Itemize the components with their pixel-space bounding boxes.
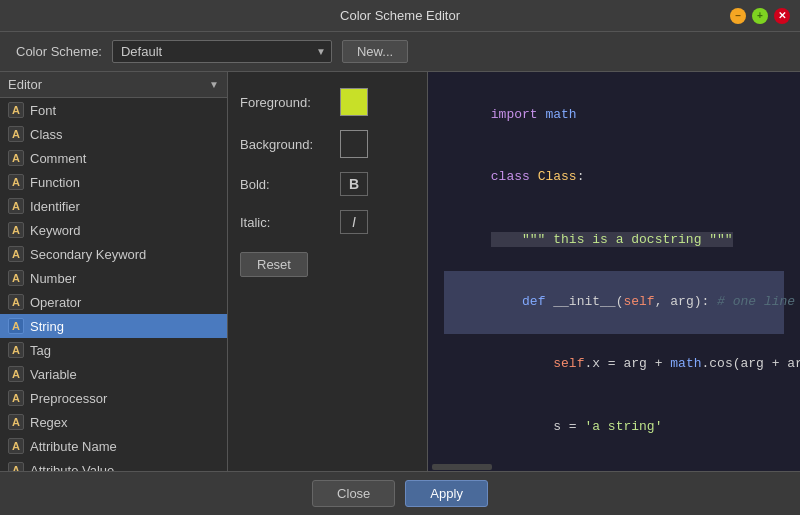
bold-label: Bold:: [240, 177, 330, 192]
minimize-button[interactable]: –: [730, 8, 746, 24]
close-button[interactable]: Close: [312, 480, 395, 507]
a-icon: A: [8, 102, 24, 118]
sidebar-item-class[interactable]: AClass: [0, 122, 227, 146]
close-window-button[interactable]: ✕: [774, 8, 790, 24]
sidebar-item-label: Preprocessor: [30, 391, 107, 406]
sidebar-item-number[interactable]: ANumber: [0, 266, 227, 290]
a-icon: A: [8, 318, 24, 334]
sidebar-item-label: Operator: [30, 295, 81, 310]
sidebar-item-string[interactable]: AString: [0, 314, 227, 338]
sidebar-item-label: Font: [30, 103, 56, 118]
sidebar-item-label: Comment: [30, 151, 86, 166]
sidebar-item-keyword[interactable]: AKeyword: [0, 218, 227, 242]
a-icon: A: [8, 222, 24, 238]
background-swatch[interactable]: [340, 130, 368, 158]
a-icon: A: [8, 294, 24, 310]
sidebar-item-identifier[interactable]: AIdentifier: [0, 194, 227, 218]
sidebar-item-attribute-name[interactable]: AAttribute Name: [0, 434, 227, 458]
middle-panel: Foreground: Background: Bold: B Italic: …: [228, 72, 428, 471]
code-line-6: s = 'a string': [444, 396, 784, 458]
left-panel: Editor ▼ AFontAClassACommentAFunctionAId…: [0, 72, 228, 471]
a-icon: A: [8, 414, 24, 430]
sidebar-item-preprocessor[interactable]: APreprocessor: [0, 386, 227, 410]
left-panel-header: Editor ▼: [0, 72, 227, 98]
a-icon: A: [8, 246, 24, 262]
title-bar: Color Scheme Editor – + ✕: [0, 0, 800, 32]
a-icon: A: [8, 174, 24, 190]
foreground-swatch[interactable]: [340, 88, 368, 116]
maximize-button[interactable]: +: [752, 8, 768, 24]
sidebar-item-label: Attribute Value: [30, 463, 114, 472]
code-preview: import math class Class: """ this is a d…: [428, 72, 800, 471]
code-line-4: def __init__(self, arg): # one line comm…: [444, 271, 784, 333]
scheme-select-wrapper: Default ▼: [112, 40, 332, 63]
foreground-label: Foreground:: [240, 95, 330, 110]
sidebar-item-label: Keyword: [30, 223, 81, 238]
a-icon: A: [8, 270, 24, 286]
reset-button[interactable]: Reset: [240, 252, 308, 277]
a-icon: A: [8, 438, 24, 454]
scheme-row: Color Scheme: Default ▼ New...: [0, 32, 800, 72]
sidebar-item-label: Variable: [30, 367, 77, 382]
sidebar-item-comment[interactable]: AComment: [0, 146, 227, 170]
sidebar-item-operator[interactable]: AOperator: [0, 290, 227, 314]
background-label: Background:: [240, 137, 330, 152]
italic-row: Italic: I: [240, 210, 415, 234]
a-icon: A: [8, 198, 24, 214]
window-controls: – + ✕: [730, 8, 790, 24]
horizontal-scrollbar[interactable]: [432, 464, 492, 470]
sidebar-item-function[interactable]: AFunction: [0, 170, 227, 194]
a-icon: A: [8, 126, 24, 142]
background-row: Background:: [240, 130, 415, 158]
sidebar-item-tag[interactable]: ATag: [0, 338, 227, 362]
bold-button[interactable]: B: [340, 172, 368, 196]
footer: Close Apply: [0, 471, 800, 515]
bold-row: Bold: B: [240, 172, 415, 196]
sidebar-item-label: Regex: [30, 415, 68, 430]
window-title: Color Scheme Editor: [70, 8, 730, 23]
italic-label: Italic:: [240, 215, 330, 230]
sidebar-item-label: Function: [30, 175, 80, 190]
sidebar-item-label: Class: [30, 127, 63, 142]
sidebar-item-label: Attribute Name: [30, 439, 117, 454]
code-line-3: """ this is a docstring """: [444, 209, 784, 271]
a-icon: A: [8, 150, 24, 166]
sidebar-item-font[interactable]: AFont: [0, 98, 227, 122]
a-icon: A: [8, 390, 24, 406]
sidebar-item-label: String: [30, 319, 64, 334]
sidebar-item-label: Tag: [30, 343, 51, 358]
code-line-1: import math: [444, 84, 784, 146]
sidebar-item-attribute-value[interactable]: AAttribute Value: [0, 458, 227, 471]
left-panel-header-label: Editor: [8, 77, 42, 92]
apply-button[interactable]: Apply: [405, 480, 488, 507]
chevron-down-icon: ▼: [209, 79, 219, 90]
sidebar-item-label: Secondary Keyword: [30, 247, 146, 262]
code-line-2: class Class:: [444, 146, 784, 208]
main-content: Editor ▼ AFontAClassACommentAFunctionAId…: [0, 72, 800, 471]
left-panel-list: AFontAClassACommentAFunctionAIdentifierA…: [0, 98, 227, 471]
scheme-label: Color Scheme:: [16, 44, 102, 59]
sidebar-item-variable[interactable]: AVariable: [0, 362, 227, 386]
sidebar-item-label: Identifier: [30, 199, 80, 214]
sidebar-item-label: Number: [30, 271, 76, 286]
code-line-5: self.x = arg + math.cos(arg + arg): [444, 334, 784, 396]
sidebar-item-secondary-keyword[interactable]: ASecondary Keyword: [0, 242, 227, 266]
new-scheme-button[interactable]: New...: [342, 40, 408, 63]
a-icon: A: [8, 342, 24, 358]
a-icon: A: [8, 366, 24, 382]
italic-button[interactable]: I: [340, 210, 368, 234]
scheme-select[interactable]: Default: [112, 40, 332, 63]
foreground-row: Foreground:: [240, 88, 415, 116]
sidebar-item-regex[interactable]: ARegex: [0, 410, 227, 434]
a-icon: A: [8, 462, 24, 471]
